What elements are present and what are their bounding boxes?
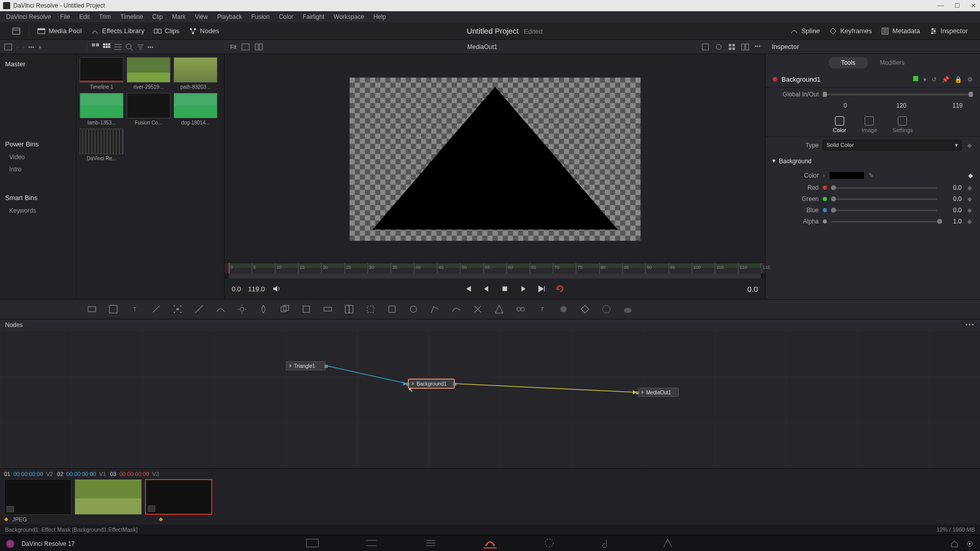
brightness-tool-icon[interactable] xyxy=(237,304,247,314)
grid-view-icon[interactable] xyxy=(103,43,111,51)
menu-item[interactable]: Mark xyxy=(168,13,190,20)
first-frame-button[interactable] xyxy=(463,284,473,293)
modifiers-tab[interactable]: Modifiers xyxy=(868,57,917,68)
clip-thumbnail[interactable] xyxy=(4,479,71,515)
nodes-button[interactable]: Nodes xyxy=(186,25,223,37)
color-swatch[interactable] xyxy=(829,171,865,180)
sort-icon[interactable] xyxy=(136,43,144,51)
viewer-canvas[interactable] xyxy=(225,54,765,262)
keyframe-diamond-icon[interactable]: ◆ xyxy=(966,207,973,214)
lock-icon[interactable]: 🔒 xyxy=(954,76,962,83)
tool-icon[interactable] xyxy=(280,304,290,314)
chevron-down-icon[interactable]: ▾ xyxy=(923,76,926,83)
paint-tool-icon[interactable] xyxy=(151,304,161,314)
menu-item[interactable]: View xyxy=(191,13,212,20)
menu-item[interactable]: Help xyxy=(369,13,390,20)
tool-icon[interactable] xyxy=(580,304,590,314)
media-clip[interactable]: river-29519... xyxy=(127,57,170,90)
time-scrollbar[interactable] xyxy=(229,273,761,279)
menu-item[interactable]: Playback xyxy=(213,13,246,20)
channel-slider[interactable] xyxy=(831,210,937,211)
viewer-opt-icon[interactable] xyxy=(715,43,723,51)
tool-icon[interactable] xyxy=(623,304,633,314)
more-icon[interactable]: ••• xyxy=(754,43,761,51)
more-icon[interactable]: ••• xyxy=(965,321,975,329)
tracker-tool-icon[interactable] xyxy=(173,304,183,314)
image-tab[interactable]: Image xyxy=(862,116,877,133)
inspector-button[interactable]: Inspector xyxy=(926,25,971,37)
media-clip[interactable]: Fusion Co... xyxy=(127,93,170,126)
keyframe-diamond-icon[interactable]: ◆ xyxy=(966,184,973,191)
bin-item[interactable]: Video xyxy=(0,151,76,163)
tool-icon[interactable] xyxy=(87,304,97,314)
media-clip[interactable]: lamb-1353... xyxy=(80,93,124,126)
keyframes-button[interactable]: Keyframes xyxy=(826,25,875,37)
reset-icon[interactable]: ↺ xyxy=(932,76,937,83)
deliver-page-tab[interactable] xyxy=(661,538,674,548)
color-page-tab[interactable] xyxy=(543,538,556,548)
tool-icon[interactable] xyxy=(516,304,526,314)
text3d-tool-icon[interactable]: T xyxy=(537,304,547,314)
stop-button[interactable] xyxy=(500,284,509,293)
play-button[interactable] xyxy=(519,284,528,293)
media-page-tab[interactable] xyxy=(306,538,319,548)
clip-thumbnail[interactable] xyxy=(145,479,212,515)
channel-slider[interactable] xyxy=(831,187,937,189)
smart-bins-header[interactable]: Smart Bins xyxy=(0,191,76,205)
node-graph[interactable]: Triangle1 Background1 MediaOut1 ↖ xyxy=(0,331,980,468)
clip-thumbnail[interactable] xyxy=(75,479,142,515)
tool-icon[interactable] xyxy=(108,304,118,314)
media-pool-button[interactable]: Media Pool xyxy=(34,25,85,37)
keyframe-diamond-icon[interactable]: ◆ xyxy=(966,195,973,203)
thumb-view-icon[interactable] xyxy=(91,43,100,51)
media-clip[interactable]: dog-18014... xyxy=(174,93,217,126)
node-enable-dot[interactable] xyxy=(773,77,777,82)
viewer-opt-icon[interactable] xyxy=(701,43,709,51)
text-tool-icon[interactable]: T xyxy=(130,304,140,314)
menu-item[interactable]: Clip xyxy=(148,13,167,20)
menu-item[interactable]: Fairlight xyxy=(299,13,329,20)
cut-page-tab[interactable] xyxy=(365,538,378,548)
tool-icon[interactable] xyxy=(473,304,483,314)
chevron-right-icon[interactable]: › xyxy=(22,44,24,50)
close-button[interactable]: ✕ xyxy=(970,2,977,9)
more-icon[interactable]: ••• xyxy=(28,44,34,50)
global-inout-slider[interactable] xyxy=(823,93,973,95)
tool-icon[interactable] xyxy=(323,304,333,314)
tool-icon[interactable] xyxy=(494,304,504,314)
tool-icon[interactable] xyxy=(215,304,226,314)
keyframe-diamond-icon[interactable]: ◆ xyxy=(966,142,973,149)
tool-icon[interactable] xyxy=(365,304,376,314)
fairlight-page-tab[interactable] xyxy=(602,538,615,548)
keyframe-diamond-icon[interactable]: ◆ xyxy=(966,218,973,225)
eyedropper-icon[interactable]: ✎ xyxy=(869,172,874,179)
blur-tool-icon[interactable] xyxy=(258,304,268,314)
spline-button[interactable]: Spline xyxy=(787,25,823,37)
tool-icon[interactable] xyxy=(558,304,569,314)
color-tab[interactable]: Color xyxy=(833,116,846,133)
maximize-button[interactable]: ☐ xyxy=(953,2,961,9)
search-icon[interactable] xyxy=(125,43,133,51)
viewer-layout-icon[interactable] xyxy=(241,43,250,51)
rectangle-mask-icon[interactable] xyxy=(387,304,397,314)
node-background[interactable]: Background1 xyxy=(408,379,454,388)
viewer-opt-icon[interactable] xyxy=(741,43,749,51)
settings-tab[interactable]: Settings xyxy=(893,116,913,133)
expand-icon[interactable]: › xyxy=(823,172,825,179)
menu-item[interactable]: Color xyxy=(275,13,298,20)
clips-button[interactable]: Clips xyxy=(151,25,183,37)
viewer-split-icon[interactable] xyxy=(255,43,263,51)
menu-item[interactable]: Workspace xyxy=(330,13,369,20)
playhead[interactable] xyxy=(229,263,230,273)
node-mediaout[interactable]: MediaOut1 xyxy=(638,388,679,397)
minimize-button[interactable]: — xyxy=(937,2,944,9)
home-icon[interactable] xyxy=(950,540,959,548)
channel-slider[interactable] xyxy=(831,221,937,222)
edit-page-tab[interactable] xyxy=(424,538,437,548)
fusion-page-tab[interactable] xyxy=(483,538,497,548)
menu-item[interactable]: File xyxy=(56,13,74,20)
settings-icon[interactable]: ⚙ xyxy=(967,76,973,83)
menu-item[interactable]: Timeline xyxy=(116,13,147,20)
master-bin[interactable]: Master xyxy=(0,57,76,71)
media-clip[interactable]: DaVinci Re... xyxy=(80,129,124,161)
